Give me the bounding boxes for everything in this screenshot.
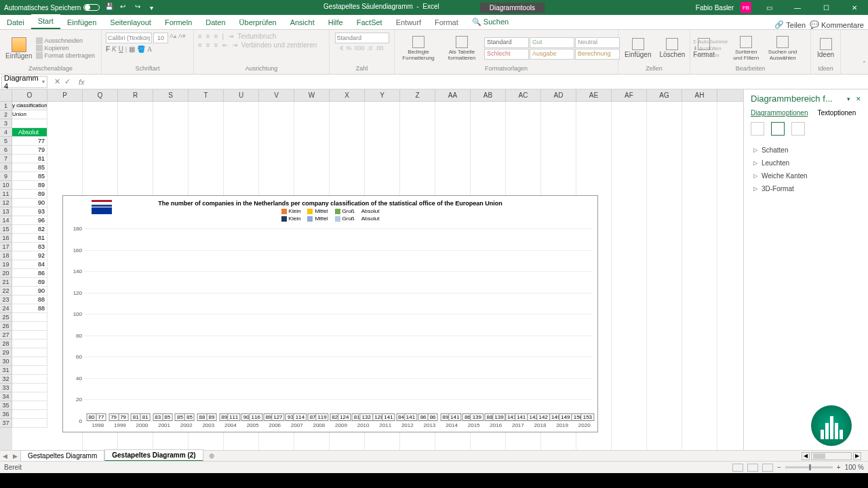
switch-icon[interactable]: [83, 4, 100, 11]
redo-icon[interactable]: ↪: [135, 3, 144, 12]
tab-format[interactable]: Format: [428, 16, 465, 29]
zoom-out[interactable]: −: [777, 464, 781, 471]
col-header[interactable]: AH: [682, 89, 717, 101]
col-header[interactable]: AF: [612, 89, 647, 101]
cell[interactable]: [12, 348, 47, 357]
sheet-tab[interactable]: Gestapeltes Diagramm (2): [104, 449, 203, 462]
col-header[interactable]: S: [153, 89, 189, 101]
zoom-level[interactable]: 100 %: [845, 464, 864, 471]
style-standard[interactable]: Standard: [484, 37, 529, 48]
formula-input[interactable]: [85, 77, 868, 87]
undo-icon[interactable]: ↩: [120, 3, 130, 12]
col-header[interactable]: P: [47, 89, 83, 101]
cell[interactable]: [12, 366, 47, 375]
search-box[interactable]: 🔍 Suchen: [465, 15, 515, 29]
insert-cells[interactable]: Einfügen: [621, 38, 654, 58]
row-header[interactable]: 10: [0, 181, 12, 190]
row-header[interactable]: 13: [0, 207, 12, 216]
row-header[interactable]: 33: [0, 384, 12, 392]
row-header[interactable]: 3: [0, 119, 12, 128]
fill-button[interactable]: ⬇ Ausfüllen: [693, 45, 728, 52]
minimize-icon[interactable]: ―: [787, 0, 808, 15]
row-header[interactable]: 31: [0, 366, 12, 375]
ideas-button[interactable]: Ideen: [814, 38, 837, 58]
col-header[interactable]: AC: [506, 89, 541, 101]
row-header[interactable]: 2: [0, 110, 12, 119]
tab-help[interactable]: Hilfe: [321, 16, 350, 29]
save-icon[interactable]: 💾: [105, 3, 115, 12]
row-header[interactable]: 37: [0, 419, 12, 428]
pane-option[interactable]: Weiche Kanten: [744, 169, 868, 182]
cell[interactable]: 85: [12, 172, 47, 181]
cell[interactable]: 82: [12, 225, 47, 234]
cell[interactable]: [12, 119, 47, 128]
cell[interactable]: 90: [12, 199, 47, 207]
add-sheet-icon[interactable]: ⊕: [203, 452, 220, 460]
col-header[interactable]: O: [12, 89, 47, 101]
user-name[interactable]: Fabio Basler: [696, 4, 734, 12]
enter-formula-icon[interactable]: ✓: [64, 77, 71, 86]
sheet-nav-prev[interactable]: ◀: [0, 453, 10, 460]
row-header[interactable]: 17: [0, 243, 12, 251]
scroll-right[interactable]: ▶: [853, 452, 861, 460]
pane-option[interactable]: 3D-Format: [744, 182, 868, 195]
autosave-toggle[interactable]: Automatisches Speichern: [4, 4, 100, 12]
cell[interactable]: y classification: [12, 102, 47, 110]
cell[interactable]: 79: [12, 146, 47, 155]
row-header[interactable]: 30: [0, 357, 12, 366]
font-color-button[interactable]: A: [147, 45, 152, 53]
tab-review[interactable]: Überprüfen: [233, 16, 283, 29]
col-header[interactable]: AG: [647, 89, 682, 101]
tab-factset[interactable]: FactSet: [350, 16, 389, 29]
col-header[interactable]: AD: [541, 89, 576, 101]
comments-button[interactable]: 💬 Kommentare: [810, 20, 864, 29]
tab-home[interactable]: Start: [31, 14, 60, 29]
conditional-formatting[interactable]: Bedingte Formatierung: [397, 36, 439, 61]
style-neutral[interactable]: Neutral: [575, 37, 620, 48]
cell[interactable]: 84: [12, 260, 47, 269]
col-header[interactable]: AA: [435, 89, 471, 101]
cell[interactable]: 81: [12, 234, 47, 243]
normal-view-icon[interactable]: [732, 464, 743, 472]
row-header[interactable]: 34: [0, 392, 12, 401]
find-select[interactable]: Suchen und Auswählen: [764, 36, 801, 61]
style-output[interactable]: Ausgabe: [530, 49, 574, 60]
cell[interactable]: [12, 313, 47, 322]
grow-font-icon[interactable]: A▴: [170, 33, 177, 43]
row-header[interactable]: 27: [0, 331, 12, 340]
cell[interactable]: 88: [12, 304, 47, 313]
col-header[interactable]: AE: [576, 89, 612, 101]
row-header[interactable]: 9: [0, 172, 12, 181]
copy-button[interactable]: Kopieren: [36, 45, 95, 52]
row-header[interactable]: 12: [0, 199, 12, 207]
size-icon[interactable]: [791, 122, 805, 136]
zoom-in[interactable]: +: [837, 464, 841, 471]
fill-line-icon[interactable]: [751, 122, 764, 136]
row-header[interactable]: 1: [0, 102, 12, 110]
sheet-tab[interactable]: Gestapeltes Diagramm: [20, 450, 104, 461]
pane-tab-chart[interactable]: Diagrammoptionen: [751, 109, 808, 117]
close-icon[interactable]: ✕: [844, 0, 865, 15]
tab-data[interactable]: Daten: [199, 16, 232, 29]
row-header[interactable]: 32: [0, 375, 12, 384]
row-header[interactable]: 35: [0, 401, 12, 410]
cell[interactable]: [12, 401, 47, 410]
effects-icon[interactable]: [771, 122, 785, 136]
col-header[interactable]: Y: [365, 89, 400, 101]
row-header[interactable]: 25: [0, 313, 12, 322]
cell[interactable]: [12, 410, 47, 419]
avatar[interactable]: FB: [741, 2, 751, 13]
cell[interactable]: Absolut: [12, 128, 47, 137]
shrink-font-icon[interactable]: A▾: [178, 33, 186, 43]
cell[interactable]: 77: [12, 137, 47, 146]
row-header[interactable]: 19: [0, 260, 12, 269]
pane-option[interactable]: Leuchten: [744, 157, 868, 169]
bold-button[interactable]: F: [106, 45, 110, 53]
font-name[interactable]: [106, 33, 152, 43]
zoom-slider[interactable]: [785, 466, 833, 468]
fx-icon[interactable]: fx: [76, 78, 85, 86]
underline-button[interactable]: U: [119, 45, 123, 53]
style-bad[interactable]: Schlecht: [484, 49, 529, 60]
tab-layout[interactable]: Seitenlayout: [103, 16, 158, 29]
col-header[interactable]: Q: [83, 89, 118, 101]
